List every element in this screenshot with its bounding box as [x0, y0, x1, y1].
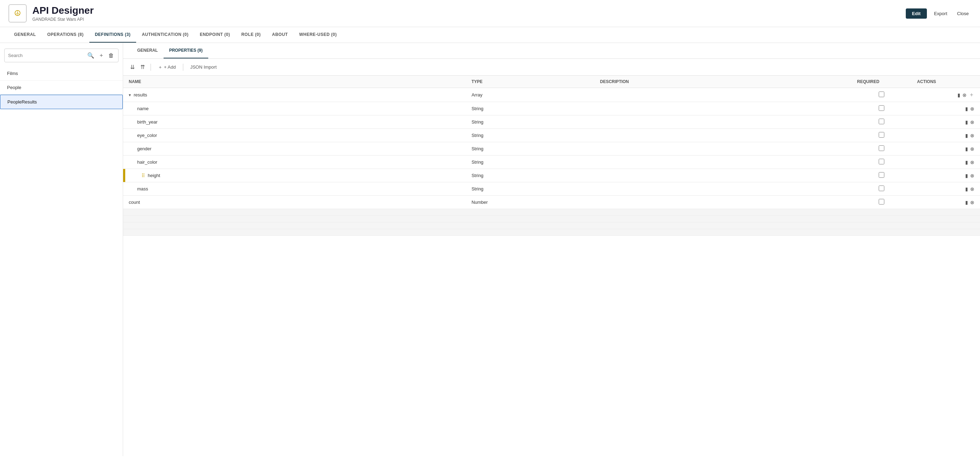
content-tabs: GENERAL PROPERTIES (9) — [123, 43, 980, 59]
required-checkbox-birthyear[interactable] — [879, 119, 885, 124]
yellow-bar-height — [123, 169, 125, 182]
nav-operations[interactable]: OPERATIONS (8) — [41, 27, 89, 43]
td-name-height: ⠿ height — [123, 169, 466, 182]
required-checkbox-gender[interactable] — [879, 145, 885, 151]
expand-row-button[interactable]: ▾ — [129, 92, 131, 97]
field-name-birthyear: birth_year — [137, 120, 158, 124]
delete-icon-results[interactable]: ⊗ — [963, 92, 967, 98]
edit-icon-height[interactable]: ▮ — [965, 173, 968, 178]
td-required-results — [852, 88, 912, 102]
sidebar-item-people[interactable]: People — [0, 81, 123, 95]
td-actions-mass: ▮ ⊗ — [912, 182, 980, 196]
delete-icon-count[interactable]: ⊗ — [970, 199, 974, 205]
edit-icon-mass[interactable]: ▮ — [965, 186, 968, 192]
nav-endpoint[interactable]: ENDPOINT (0) — [194, 27, 235, 43]
sidebar-search-bar: 🔍 ＋ 🗑 — [4, 49, 119, 62]
field-name-count: count — [129, 199, 140, 205]
td-required-name — [852, 102, 912, 115]
th-actions: Actions — [912, 76, 980, 88]
toolbar-divider-2 — [183, 64, 183, 71]
delete-icon-eyecolor[interactable]: ⊗ — [970, 133, 974, 138]
toolbar-divider — [151, 64, 151, 71]
edit-icon-eyecolor[interactable]: ▮ — [965, 133, 968, 138]
table-row: hair_color String ▮ ⊗ — [123, 156, 980, 169]
table-row: name String ▮ ⊗ — [123, 102, 980, 115]
logo-icon: ☮ — [14, 9, 21, 18]
json-import-button[interactable]: JSON Import — [188, 63, 220, 71]
name-cell-haircolor: hair_color — [137, 159, 460, 165]
delete-definition-button[interactable]: 🗑 — [108, 51, 115, 60]
add-property-button[interactable]: ＋ + Add — [155, 63, 179, 72]
add-definition-button[interactable]: ＋ — [98, 51, 105, 60]
nav-definitions[interactable]: DEFINITIONS (3) — [89, 27, 137, 43]
required-checkbox-mass[interactable] — [879, 185, 885, 191]
delete-icon-gender[interactable]: ⊗ — [970, 146, 974, 152]
table-row-empty-3 — [123, 223, 980, 229]
delete-icon-mass[interactable]: ⊗ — [970, 186, 974, 192]
edit-icon-haircolor[interactable]: ▮ — [965, 159, 968, 165]
app-title: API Designer — [32, 5, 94, 16]
edit-icon-name[interactable]: ▮ — [965, 106, 968, 112]
field-name-height: height — [148, 173, 160, 178]
required-checkbox-count[interactable] — [879, 199, 885, 204]
edit-icon-results[interactable]: ▮ — [958, 92, 960, 98]
required-checkbox-height[interactable] — [879, 172, 885, 178]
action-icons-gender: ▮ ⊗ — [917, 146, 974, 152]
th-type: Type — [466, 76, 594, 88]
td-name: ▾ results — [123, 88, 466, 102]
th-required: Required — [852, 76, 912, 88]
search-input[interactable] — [8, 53, 84, 58]
table-row-empty-4 — [123, 229, 980, 236]
name-cell-name: name — [137, 106, 460, 111]
app-subtitle: GANDRADE Star Wars API — [32, 17, 94, 22]
delete-icon-height[interactable]: ⊗ — [970, 173, 974, 178]
edit-button[interactable]: Edit — [906, 8, 927, 19]
th-description: Description — [595, 76, 852, 88]
edit-icon-count[interactable]: ▮ — [965, 199, 968, 205]
td-description-haircolor — [595, 156, 852, 169]
expand-all-button[interactable]: ⇈ — [139, 62, 146, 72]
required-checkbox-name[interactable] — [879, 105, 885, 111]
sidebar-actions: 🔍 ＋ 🗑 — [86, 51, 115, 60]
drag-handle-height[interactable]: ⠿ — [142, 173, 145, 178]
td-type-name: String — [466, 102, 594, 115]
td-type-birthyear: String — [466, 115, 594, 129]
nav-role[interactable]: ROLE (0) — [235, 27, 266, 43]
delete-icon-birthyear[interactable]: ⊗ — [970, 120, 974, 125]
content-area: GENERAL PROPERTIES (9) ⇊ ⇈ ＋ + Add JSON … — [123, 43, 980, 456]
app-info: API Designer GANDRADE Star Wars API — [32, 5, 94, 22]
tab-properties[interactable]: PROPERTIES (9) — [164, 43, 208, 59]
close-button[interactable]: Close — [955, 10, 972, 18]
nav-about[interactable]: ABOUT — [266, 27, 293, 43]
table-row-empty-1 — [123, 209, 980, 216]
edit-icon-birthyear[interactable]: ▮ — [965, 120, 968, 125]
nav-where-used[interactable]: WHERE-USED (0) — [293, 27, 342, 43]
delete-icon-name[interactable]: ⊗ — [970, 106, 974, 112]
td-description-height — [595, 169, 852, 182]
export-button[interactable]: Export — [931, 10, 950, 18]
td-actions-results: ▮ ⊗ ＋ — [912, 88, 980, 102]
required-checkbox-haircolor[interactable] — [879, 159, 885, 164]
search-icon-button[interactable]: 🔍 — [86, 51, 95, 60]
delete-icon-haircolor[interactable]: ⊗ — [970, 159, 974, 165]
table-body: ▾ results Array ▮ ⊗ ＋ — [123, 88, 980, 236]
nav-authentication[interactable]: AUTHENTICATION (0) — [136, 27, 194, 43]
collapse-all-button[interactable]: ⇊ — [129, 62, 136, 72]
table-row-empty-2 — [123, 216, 980, 223]
header-left: ☮ API Designer GANDRADE Star Wars API — [8, 4, 94, 22]
sidebar-item-peopleresults[interactable]: PeopleResults — [0, 95, 123, 109]
required-checkbox-eyecolor[interactable] — [879, 132, 885, 138]
td-required-height — [852, 169, 912, 182]
action-icons-haircolor: ▮ ⊗ — [917, 159, 974, 165]
nav-general[interactable]: GENERAL — [8, 27, 41, 43]
required-checkbox-results[interactable] — [879, 91, 885, 97]
sidebar-item-films[interactable]: Films — [0, 67, 123, 81]
add-child-icon-results[interactable]: ＋ — [969, 91, 974, 99]
edit-icon-gender[interactable]: ▮ — [965, 146, 968, 152]
td-required-count — [852, 196, 912, 209]
td-name-haircolor: hair_color — [123, 156, 466, 169]
table-row: count Number ▮ ⊗ — [123, 196, 980, 209]
name-cell-gender: gender — [137, 146, 460, 151]
tab-general[interactable]: GENERAL — [132, 43, 164, 59]
name-cell-mass: mass — [137, 186, 460, 191]
